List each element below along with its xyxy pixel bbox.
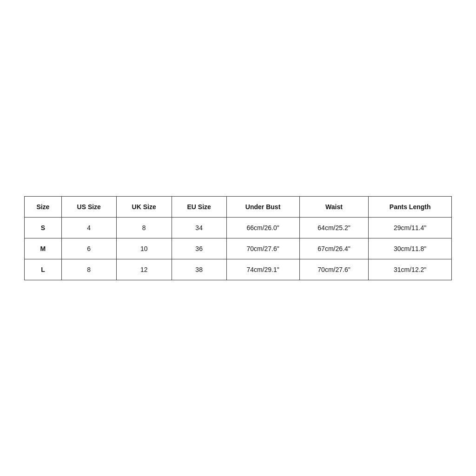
cell-us-size-s: 4 [61,217,116,238]
col-header-size: Size [25,196,62,217]
size-chart-table: Size US Size UK Size EU Size Under Bust … [24,196,452,280]
col-header-eu-size: EU Size [172,196,226,217]
cell-us-size-l: 8 [61,259,116,280]
cell-waist-l: 70cm/27.6" [299,259,369,280]
cell-uk-size-l: 12 [116,259,172,280]
col-header-under-bust: Under Bust [226,196,299,217]
cell-eu-size-m: 36 [172,238,226,259]
cell-pants-length-m: 30cm/11.8" [369,238,452,259]
table-row: S 4 8 34 66cm/26.0" 64cm/25.2" 29cm/11.4… [25,217,452,238]
cell-eu-size-s: 34 [172,217,226,238]
table-row: M 6 10 36 70cm/27.6" 67cm/26.4" 30cm/11.… [25,238,452,259]
cell-waist-s: 64cm/25.2" [299,217,369,238]
table-row: L 8 12 38 74cm/29.1" 70cm/27.6" 31cm/12.… [25,259,452,280]
table-header-row: Size US Size UK Size EU Size Under Bust … [25,196,452,217]
size-chart-container: Size US Size UK Size EU Size Under Bust … [24,196,452,280]
col-header-waist: Waist [299,196,369,217]
cell-waist-m: 67cm/26.4" [299,238,369,259]
cell-uk-size-m: 10 [116,238,172,259]
cell-eu-size-l: 38 [172,259,226,280]
cell-under-bust-m: 70cm/27.6" [226,238,299,259]
col-header-pants-length: Pants Length [369,196,452,217]
col-header-uk-size: UK Size [116,196,172,217]
cell-under-bust-l: 74cm/29.1" [226,259,299,280]
cell-size-m: M [25,238,62,259]
cell-size-s: S [25,217,62,238]
cell-us-size-m: 6 [61,238,116,259]
cell-size-l: L [25,259,62,280]
cell-pants-length-s: 29cm/11.4" [369,217,452,238]
col-header-us-size: US Size [61,196,116,217]
cell-pants-length-l: 31cm/12.2" [369,259,452,280]
cell-uk-size-s: 8 [116,217,172,238]
cell-under-bust-s: 66cm/26.0" [226,217,299,238]
